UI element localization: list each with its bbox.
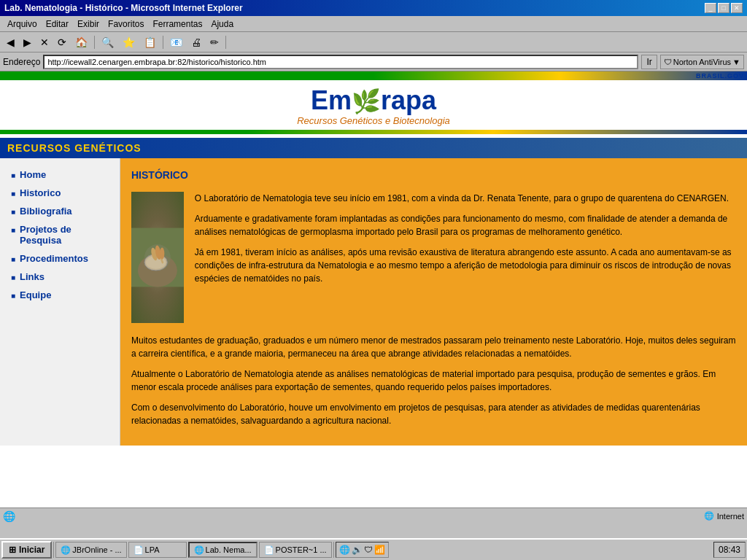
sidebar-item-projetos[interactable]: ■ Projetos de Pesquisa (0, 220, 120, 249)
sidebar-item-procedimentos[interactable]: ■ Procedimentos (0, 249, 120, 268)
history-button[interactable]: 📋 (140, 34, 160, 50)
home-button[interactable]: 🏠 (71, 34, 91, 50)
taskbar-poster[interactable]: 📄 POSTER~1 ... (259, 542, 332, 558)
paragraph-4: Muitos estudantes de graduação, graduado… (131, 334, 736, 360)
go-button[interactable]: Ir (641, 55, 657, 69)
zone-label: Internet (717, 512, 744, 521)
taskbar-clock: 08:43 (713, 542, 746, 558)
address-input[interactable] (43, 55, 638, 69)
mail-button[interactable]: 📧 (166, 34, 186, 50)
taskbar-jbronline[interactable]: 🌐 JBrOnline - ... (55, 542, 126, 558)
taskbar-lpa[interactable]: 📄 LPA (128, 542, 187, 558)
norton-label: Norton AntiVirus (673, 58, 731, 66)
taskbar-icon: 📄 (264, 545, 274, 555)
tray-icon-4: 📶 (374, 545, 385, 555)
forward-button[interactable]: ▶ (20, 34, 35, 50)
print-button[interactable]: 🖨 (187, 34, 205, 50)
windows-icon: ⊞ (9, 545, 16, 555)
bullet-icon: ■ (11, 273, 15, 281)
sidebar-item-label: Links (20, 271, 44, 282)
nav-heading-text: RECURSOS GENÉTICOS (7, 142, 142, 154)
site-wrapper: BRASIL.GOV Em🌿rapa Recursos Genéticos e … (0, 71, 747, 508)
sidebar-item-label: Home (20, 169, 46, 180)
maximize-button[interactable]: □ (718, 3, 729, 13)
bullet-icon: ■ (11, 208, 15, 216)
paragraph-6: Com o desenvolvimento do Laboratório, ho… (131, 401, 736, 427)
content-area: HISTÓRICO (120, 158, 747, 446)
rapa-text: rapa (381, 85, 436, 115)
content-inner: O Laboratório de Nematologia teve seu in… (131, 192, 736, 323)
taskbar-separator (53, 542, 54, 558)
tray-icon-1: 🌐 (339, 545, 350, 555)
toolbar-separator-3 (225, 36, 226, 49)
sidebar-item-home[interactable]: ■ Home (0, 166, 120, 184)
sidebar-item-label: Procedimentos (20, 253, 88, 264)
address-label: Endereço (3, 57, 40, 67)
back-button[interactable]: ◀ (3, 34, 18, 50)
zone-icon: 🌐 (704, 511, 714, 521)
logo-strip (0, 130, 747, 134)
brasil-gov-text: BRASIL.GOV (696, 72, 744, 79)
start-label: Iniciar (19, 545, 44, 555)
statusbar-right: 🌐 Internet (704, 511, 744, 521)
favorites-button[interactable]: ⭐ (119, 34, 139, 50)
minimize-button[interactable]: _ (705, 3, 716, 13)
taskbar-label: Lab. Nema... (206, 545, 252, 554)
addressbar: Endereço Ir 🛡 Norton AntiVirus ▼ (0, 52, 747, 71)
paragraph-3: Já em 1981, tiveram início as análises, … (195, 246, 736, 285)
nav-heading: RECURSOS GENÉTICOS (0, 138, 747, 158)
embrapa-subtitle: Recursos Genéticos e Biotecnologia (297, 115, 450, 126)
bullet-icon: ■ (11, 255, 15, 263)
content-text-right: O Laboratório de Nematologia teve seu in… (195, 192, 736, 323)
toolbar-separator-2 (163, 36, 163, 49)
lab-image-inner (131, 192, 184, 323)
logo-area: Em🌿rapa Recursos Genéticos e Biotecnolog… (0, 80, 747, 138)
taskbar: ⊞ Iniciar 🌐 JBrOnline - ... 📄 LPA 🌐 Lab.… (0, 538, 747, 560)
sidebar-item-bibliografia[interactable]: ■ Bibliografia (0, 202, 120, 220)
taskbar-label: JBrOnline - ... (72, 545, 121, 554)
taskbar-icon: 🌐 (194, 545, 204, 555)
taskbar-label: LPA (145, 545, 160, 554)
sidebar-item-label: Projetos de Pesquisa (20, 224, 112, 246)
sidebar-item-links[interactable]: ■ Links (0, 268, 120, 286)
menu-favoritos[interactable]: Favoritos (104, 18, 148, 31)
menubar: Arquivo Editar Exibir Favoritos Ferramen… (0, 16, 747, 32)
sidebar-item-equipe[interactable]: ■ Equipe (0, 286, 120, 304)
content-title: HISTÓRICO (131, 169, 736, 181)
lab-svg (131, 192, 184, 323)
tray-icon-2: 🔊 (352, 545, 363, 555)
leaf-char: 🌿 (352, 88, 381, 114)
taskbar-icon: 📄 (133, 545, 144, 555)
taskbar-separator-2 (333, 542, 334, 558)
paragraph-1: O Laboratório de Nematologia teve seu in… (195, 192, 736, 205)
sidebar-item-label: Bibliografia (20, 206, 72, 217)
taskbar-label: POSTER~1 ... (276, 545, 327, 554)
start-button[interactable]: ⊞ Iniciar (1, 541, 52, 559)
browser-content[interactable]: BRASIL.GOV Em🌿rapa Recursos Genéticos e … (0, 71, 747, 508)
menu-arquivo[interactable]: Arquivo (3, 18, 42, 31)
lab-image (131, 192, 184, 323)
menu-exibir[interactable]: Exibir (73, 18, 104, 31)
sidebar-item-label: Equipe (20, 289, 51, 300)
brasil-bar: BRASIL.GOV (0, 71, 747, 80)
bullet-icon: ■ (11, 171, 15, 179)
edit-button[interactable]: ✏ (206, 34, 222, 50)
svg-point-9 (160, 248, 164, 260)
embrapa-name: Em🌿rapa (297, 88, 450, 114)
sidebar: ■ Home ■ Historico ■ Bibliografia ■ Proj… (0, 158, 120, 446)
norton-antivirus-button[interactable]: 🛡 Norton AntiVirus ▼ (660, 55, 744, 69)
taskbar-icon: 🌐 (61, 545, 71, 555)
close-button[interactable]: ✕ (731, 3, 743, 13)
taskbar-labnema[interactable]: 🌐 Lab. Nema... (188, 542, 258, 558)
bullet-icon: ■ (11, 226, 15, 234)
search-button[interactable]: 🔍 (98, 34, 117, 50)
menu-ferramentas[interactable]: Ferramentas (148, 18, 206, 31)
refresh-button[interactable]: ⟳ (54, 34, 70, 50)
menu-editar[interactable]: Editar (42, 18, 73, 31)
em-text: Em (311, 85, 352, 115)
norton-dropdown-icon: ▼ (732, 58, 740, 66)
sidebar-item-historico[interactable]: ■ Historico (0, 184, 120, 202)
stop-button[interactable]: ✕ (36, 34, 53, 50)
paragraph-5: Atualmente o Laboratório de Nematologia … (131, 368, 736, 394)
menu-ajuda[interactable]: Ajuda (206, 18, 238, 31)
